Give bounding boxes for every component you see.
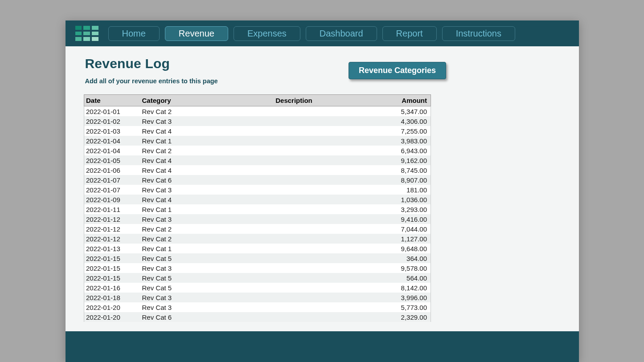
- cell-category[interactable]: Rev Cat 4: [139, 126, 211, 136]
- nav-dashboard[interactable]: Dashboard: [306, 26, 377, 41]
- cell-category[interactable]: Rev Cat 3: [139, 293, 211, 302]
- cell-description[interactable]: [211, 165, 377, 175]
- col-header-amount[interactable]: Amount: [377, 95, 431, 106]
- cell-date[interactable]: 2022-01-03: [84, 126, 139, 136]
- cell-description[interactable]: [211, 244, 377, 253]
- cell-date[interactable]: 2022-01-09: [84, 195, 139, 204]
- cell-date[interactable]: 2022-01-12: [84, 234, 139, 244]
- cell-category[interactable]: Rev Cat 5: [139, 273, 211, 283]
- cell-amount[interactable]: 1,036.00: [377, 195, 431, 204]
- table-row[interactable]: 2022-01-18Rev Cat 33,996.00: [66, 293, 579, 302]
- cell-date[interactable]: 2022-01-20: [84, 312, 139, 322]
- cell-amount[interactable]: 9,578.00: [377, 263, 431, 273]
- table-row[interactable]: 2022-01-07Rev Cat 68,907.00: [66, 175, 579, 185]
- cell-description[interactable]: [211, 146, 377, 155]
- cell-category[interactable]: Rev Cat 3: [139, 302, 211, 312]
- cell-amount[interactable]: 1,127.00: [377, 234, 431, 244]
- cell-description[interactable]: [211, 175, 377, 185]
- table-row[interactable]: 2022-01-15Rev Cat 39,578.00: [66, 263, 579, 273]
- table-row[interactable]: 2022-01-11Rev Cat 13,293.00: [66, 204, 579, 214]
- cell-category[interactable]: Rev Cat 3: [139, 263, 211, 273]
- cell-amount[interactable]: 3,983.00: [377, 136, 431, 146]
- cell-category[interactable]: Rev Cat 5: [139, 283, 211, 293]
- cell-description[interactable]: [211, 116, 377, 126]
- table-row[interactable]: 2022-01-16Rev Cat 58,142.00: [66, 283, 579, 293]
- cell-amount[interactable]: 3,293.00: [377, 204, 431, 214]
- cell-date[interactable]: 2022-01-06: [84, 165, 139, 175]
- cell-description[interactable]: [211, 312, 377, 322]
- table-row[interactable]: 2022-01-02Rev Cat 34,306.00: [66, 116, 579, 126]
- cell-amount[interactable]: 8,907.00: [377, 175, 431, 185]
- table-row[interactable]: 2022-01-01Rev Cat 25,347.00: [66, 106, 579, 117]
- table-row[interactable]: 2022-01-04Rev Cat 13,983.00: [66, 136, 579, 146]
- cell-description[interactable]: [211, 234, 377, 244]
- table-row[interactable]: 2022-01-12Rev Cat 21,127.00: [66, 234, 579, 244]
- cell-date[interactable]: 2022-01-15: [84, 263, 139, 273]
- cell-amount[interactable]: 9,162.00: [377, 155, 431, 165]
- cell-date[interactable]: 2022-01-13: [84, 244, 139, 253]
- nav-home[interactable]: Home: [108, 26, 160, 41]
- revenue-categories-button[interactable]: Revenue Categories: [349, 62, 446, 79]
- col-header-description[interactable]: Description: [211, 95, 377, 106]
- table-row[interactable]: 2022-01-06Rev Cat 48,745.00: [66, 165, 579, 175]
- cell-date[interactable]: 2022-01-11: [84, 204, 139, 214]
- cell-date[interactable]: 2022-01-04: [84, 136, 139, 146]
- cell-date[interactable]: 2022-01-16: [84, 283, 139, 293]
- cell-date[interactable]: 2022-01-12: [84, 214, 139, 224]
- cell-category[interactable]: Rev Cat 4: [139, 155, 211, 165]
- cell-description[interactable]: [211, 106, 377, 117]
- table-row[interactable]: 2022-01-15Rev Cat 5364.00: [66, 253, 579, 263]
- cell-description[interactable]: [211, 224, 377, 234]
- cell-date[interactable]: 2022-01-15: [84, 273, 139, 283]
- cell-date[interactable]: 2022-01-02: [84, 116, 139, 126]
- cell-amount[interactable]: 8,142.00: [377, 283, 431, 293]
- cell-date[interactable]: 2022-01-18: [84, 293, 139, 302]
- cell-category[interactable]: Rev Cat 4: [139, 195, 211, 204]
- cell-category[interactable]: Rev Cat 1: [139, 136, 211, 146]
- cell-description[interactable]: [211, 136, 377, 146]
- cell-amount[interactable]: 2,329.00: [377, 312, 431, 322]
- cell-category[interactable]: Rev Cat 4: [139, 165, 211, 175]
- table-row[interactable]: 2022-01-12Rev Cat 39,416.00: [66, 214, 579, 224]
- cell-description[interactable]: [211, 185, 377, 195]
- cell-description[interactable]: [211, 293, 377, 302]
- table-row[interactable]: 2022-01-07Rev Cat 3181.00: [66, 185, 579, 195]
- table-row[interactable]: 2022-01-12Rev Cat 27,044.00: [66, 224, 579, 234]
- cell-category[interactable]: Rev Cat 6: [139, 175, 211, 185]
- cell-description[interactable]: [211, 283, 377, 293]
- cell-amount[interactable]: 4,306.00: [377, 116, 431, 126]
- cell-description[interactable]: [211, 155, 377, 165]
- table-row[interactable]: 2022-01-20Rev Cat 35,773.00: [66, 302, 579, 312]
- cell-description[interactable]: [211, 302, 377, 312]
- cell-category[interactable]: Rev Cat 2: [139, 106, 211, 117]
- cell-date[interactable]: 2022-01-07: [84, 175, 139, 185]
- cell-description[interactable]: [211, 195, 377, 204]
- cell-date[interactable]: 2022-01-07: [84, 185, 139, 195]
- cell-category[interactable]: Rev Cat 1: [139, 204, 211, 214]
- cell-amount[interactable]: 7,044.00: [377, 224, 431, 234]
- table-row[interactable]: 2022-01-15Rev Cat 5564.00: [66, 273, 579, 283]
- cell-date[interactable]: 2022-01-15: [84, 253, 139, 263]
- cell-category[interactable]: Rev Cat 5: [139, 253, 211, 263]
- table-row[interactable]: 2022-01-03Rev Cat 47,255.00: [66, 126, 579, 136]
- table-row[interactable]: 2022-01-13Rev Cat 19,648.00: [66, 244, 579, 253]
- cell-category[interactable]: Rev Cat 2: [139, 224, 211, 234]
- nav-report[interactable]: Report: [382, 26, 437, 41]
- cell-amount[interactable]: 564.00: [377, 273, 431, 283]
- cell-category[interactable]: Rev Cat 3: [139, 185, 211, 195]
- nav-instructions[interactable]: Instructions: [442, 26, 515, 41]
- cell-description[interactable]: [211, 273, 377, 283]
- cell-description[interactable]: [211, 253, 377, 263]
- cell-description[interactable]: [211, 263, 377, 273]
- table-row[interactable]: 2022-01-04Rev Cat 26,943.00: [66, 146, 579, 155]
- cell-amount[interactable]: 3,996.00: [377, 293, 431, 302]
- table-row[interactable]: 2022-01-09Rev Cat 41,036.00: [66, 195, 579, 204]
- cell-date[interactable]: 2022-01-05: [84, 155, 139, 165]
- table-row[interactable]: 2022-01-05Rev Cat 49,162.00: [66, 155, 579, 165]
- cell-amount[interactable]: 9,416.00: [377, 214, 431, 224]
- cell-description[interactable]: [211, 126, 377, 136]
- cell-category[interactable]: Rev Cat 1: [139, 244, 211, 253]
- cell-category[interactable]: Rev Cat 2: [139, 146, 211, 155]
- cell-category[interactable]: Rev Cat 3: [139, 116, 211, 126]
- cell-date[interactable]: 2022-01-20: [84, 302, 139, 312]
